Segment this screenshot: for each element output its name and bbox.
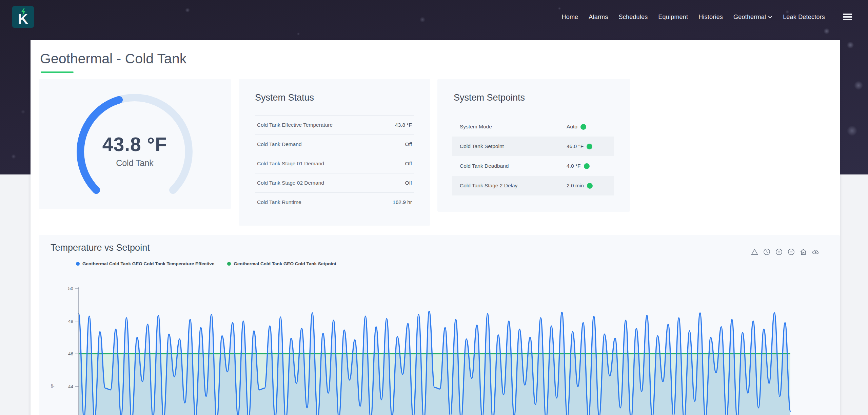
status-value: Off	[405, 180, 412, 186]
status-row: Cold Tank Demand Off	[255, 134, 414, 154]
status-row: Cold Tank Runtime 162.9 hr	[255, 192, 414, 212]
nav-item-leak-detectors[interactable]: Leak Detectors	[783, 14, 825, 21]
status-value: 43.8 °F	[395, 122, 412, 128]
clock-icon[interactable]	[763, 248, 771, 256]
system-status-panel: System Status Cold Tank Effective Temper…	[239, 79, 430, 226]
gauge-label: Cold Tank	[39, 158, 231, 168]
dashboard-page: K Home Alarms Schedules Equipment Histor…	[0, 0, 868, 415]
svg-text:44: 44	[68, 384, 74, 389]
hamburger-menu-icon[interactable]	[843, 14, 852, 20]
nav-item-histories[interactable]: Histories	[698, 14, 723, 21]
svg-text:46: 46	[68, 351, 73, 356]
nav-item-equipment[interactable]: Equipment	[658, 14, 688, 21]
nav-item-schedules[interactable]: Schedules	[619, 14, 648, 21]
status-ok-dot	[587, 144, 592, 149]
setpoint-row: Cold Tank Deadband 4.0 °F	[452, 156, 614, 176]
status-value: 162.9 hr	[393, 199, 412, 205]
nav-item-home[interactable]: Home	[561, 14, 578, 21]
gauge-value: 43.8 °F	[39, 133, 231, 155]
nav-item-alarms[interactable]: Alarms	[589, 14, 608, 21]
svg-text:°F: °F	[50, 384, 55, 389]
temperature-vs-setpoint-chart[interactable]: 44464850°F	[39, 285, 840, 415]
status-row: Cold Tank Stage 01 Demand Off	[255, 154, 414, 173]
legend-dot-green	[227, 262, 231, 266]
chart-title: Temperature vs Setpoint	[51, 243, 150, 253]
setpoint-row: System Mode Auto	[452, 117, 614, 137]
zoom-out-icon[interactable]	[787, 248, 795, 256]
chart-toolbar	[751, 248, 820, 256]
chevron-down-icon	[768, 16, 772, 19]
status-row: Cold Tank Stage 02 Demand Off	[255, 173, 414, 192]
system-status-title: System Status	[255, 92, 314, 103]
svg-text:50: 50	[68, 286, 73, 291]
zoom-in-icon[interactable]	[775, 248, 783, 256]
setpoint-row: Cold Tank Stage 2 Delay 2.0 min	[452, 176, 614, 195]
alarm-triangle-icon[interactable]	[751, 248, 758, 256]
app-logo[interactable]: K	[12, 6, 34, 28]
home-icon[interactable]	[800, 248, 807, 256]
status-value: Off	[405, 141, 412, 147]
system-setpoints-title: System Setpoints	[454, 92, 525, 103]
setpoint-value[interactable]: 46.0 °F	[567, 143, 592, 149]
svg-text:48: 48	[68, 319, 73, 324]
content-card: Geothermal - Cold Tank 43.8 °F Cold Tank…	[31, 40, 840, 415]
status-ok-dot	[587, 183, 593, 189]
cloud-download-icon[interactable]	[812, 248, 820, 256]
setpoint-row: Cold Tank Setpoint 46.0 °F	[452, 137, 614, 156]
setpoint-value[interactable]: Auto	[567, 124, 586, 130]
setpoint-value[interactable]: 2.0 min	[567, 183, 593, 189]
logo-letter: K	[12, 12, 34, 26]
page-title: Geothermal - Cold Tank	[40, 51, 186, 67]
legend-item-temperature[interactable]: Geothermal Cold Tank GEO Cold Tank Tempe…	[76, 261, 214, 266]
status-ok-dot	[584, 163, 590, 169]
chart-panel: Temperature vs Setpoint Geothermal Cold …	[39, 235, 840, 415]
setpoint-value[interactable]: 4.0 °F	[567, 163, 590, 169]
legend-item-setpoint[interactable]: Geothermal Cold Tank GEO Cold Tank Setpo…	[227, 261, 336, 266]
chart-legend: Geothermal Cold Tank GEO Cold Tank Tempe…	[76, 261, 336, 266]
title-accent-underline	[41, 71, 74, 73]
nav-item-geothermal[interactable]: Geothermal	[733, 14, 772, 21]
status-value: Off	[405, 161, 412, 167]
system-setpoints-panel: System Setpoints System Mode Auto Cold T…	[437, 79, 630, 212]
legend-dot-blue	[76, 262, 80, 266]
gauge-panel: 43.8 °F Cold Tank	[39, 79, 231, 209]
status-row: Cold Tank Effective Temperature 43.8 °F	[255, 115, 414, 134]
top-navigation: Home Alarms Schedules Equipment Historie…	[561, 0, 852, 34]
status-ok-dot	[580, 124, 586, 130]
